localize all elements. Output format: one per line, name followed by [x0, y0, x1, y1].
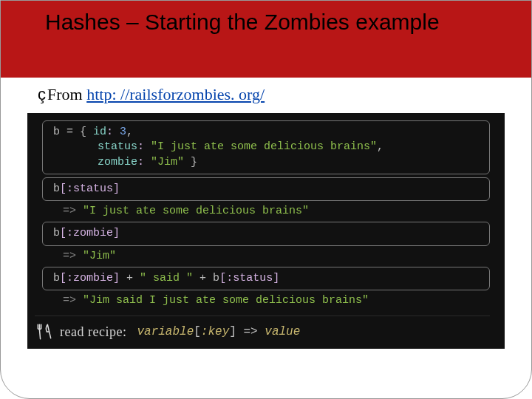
code-token: "I just ate some delicious brains" [151, 140, 377, 153]
code-token: " said " [140, 272, 193, 284]
code-token: [ [60, 183, 66, 195]
code-block-concat: b[:zombie] + " said " + b[:status] [42, 267, 490, 290]
code-line: b = { id: 3, [53, 125, 479, 140]
output-line: => "Jim" [63, 249, 490, 264]
code-token: [ [219, 272, 226, 284]
code-token: ] [229, 325, 236, 338]
bullet-icon: ç [38, 85, 46, 103]
source-link[interactable]: http: //railsforzombies. org/ [86, 85, 265, 103]
code-token: => [236, 325, 265, 338]
code-block-zombie: b[:zombie] [42, 222, 490, 245]
code-token: ] [113, 272, 120, 284]
code-line: zombie: "Jim" } [53, 155, 479, 170]
code-token: , [377, 140, 383, 153]
code-token: + [120, 272, 140, 284]
code-token: b [213, 272, 219, 284]
code-token: variable [137, 325, 194, 338]
code-token: , [126, 126, 133, 138]
code-token: "Jim" [83, 250, 116, 262]
code-token: ] [273, 272, 279, 284]
code-block-status: b[:status] [42, 177, 490, 201]
code-token: "Jim said I just ate some delicious brai… [83, 294, 369, 307]
code-token: ] [113, 183, 120, 195]
arrow-icon: => [63, 250, 83, 262]
recipe-code: variable[:key] => value [137, 325, 300, 338]
code-token: [ [194, 325, 201, 338]
code-token: b [53, 227, 60, 239]
code-token: : [137, 156, 151, 168]
code-token: :zombie [66, 272, 113, 284]
code-token: = { [66, 126, 93, 138]
code-token: :status [66, 183, 113, 195]
source-line: çFrom http: //railsforzombies. org/ [38, 85, 516, 104]
code-token: value [265, 325, 300, 338]
from-prefix: From [47, 85, 86, 103]
code-token: ] [113, 227, 120, 239]
arrow-icon: => [63, 205, 83, 217]
fork-knife-icon [35, 322, 54, 341]
code-token: "Jim" [151, 156, 184, 168]
code-token: status [98, 140, 137, 153]
code-token: 3 [120, 126, 126, 138]
code-token: b [53, 183, 60, 195]
code-token: :zombie [66, 227, 113, 239]
code-block-define: b = { id: 3, status: "I just ate some de… [42, 120, 490, 174]
slide: Hashes – Starting the Zombies example çF… [0, 0, 532, 399]
recipe-row: read recipe: variable[:key] => value [35, 316, 490, 341]
code-area: b = { id: 3, status: "I just ate some de… [27, 113, 505, 349]
code-token: id [93, 126, 106, 138]
output-line: => "Jim said I just ate some delicious b… [63, 293, 490, 308]
code-token: : [106, 126, 120, 138]
slide-title: Hashes – Starting the Zombies example [45, 8, 509, 36]
code-token: :key [201, 325, 229, 338]
code-token: "I just ate some delicious brains" [83, 205, 309, 217]
code-token: + [193, 272, 213, 284]
code-token: } [184, 156, 197, 168]
code-token: [ [60, 227, 66, 239]
output-line: => "I just ate some delicious brains" [63, 204, 490, 219]
code-token: [ [60, 272, 66, 284]
body-area: çFrom http: //railsforzombies. org/ [1, 78, 531, 113]
recipe-label: read recipe: [60, 324, 126, 340]
code-line: status: "I just ate some delicious brain… [53, 140, 479, 154]
code-token: zombie [98, 156, 137, 168]
title-bar: Hashes – Starting the Zombies example [1, 1, 531, 78]
code-token: b [53, 272, 60, 284]
code-token: b [53, 126, 66, 138]
arrow-icon: => [63, 294, 83, 307]
code-token: :status [226, 272, 273, 284]
code-token: : [137, 140, 151, 153]
